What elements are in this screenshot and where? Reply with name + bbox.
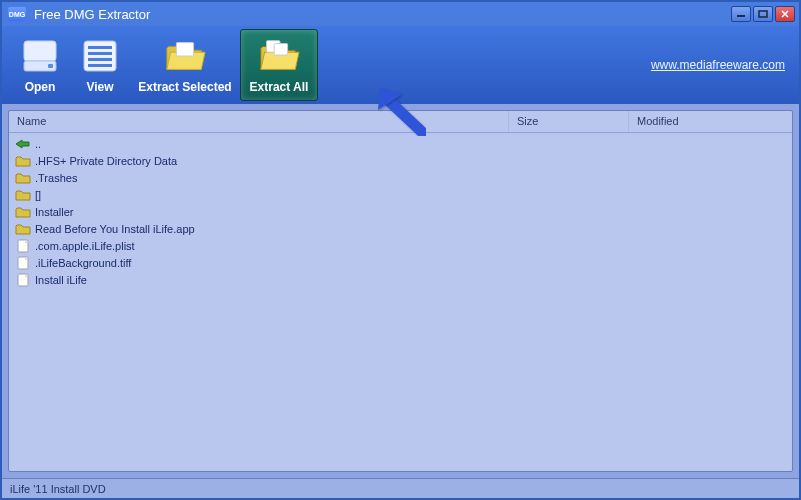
extract-all-button[interactable]: Extract All — [240, 29, 318, 101]
maximize-button[interactable] — [753, 6, 773, 22]
column-size[interactable]: Size — [509, 111, 629, 132]
file-row[interactable]: Install iLife — [15, 271, 786, 288]
status-text: iLife '11 Install DVD — [10, 483, 106, 495]
extract-all-label: Extract All — [250, 80, 309, 94]
toolbar: Open View Extr — [2, 26, 799, 104]
folder-row[interactable]: Installer — [15, 203, 786, 220]
folder-row[interactable]: .Trashes — [15, 169, 786, 186]
svg-rect-8 — [88, 58, 112, 61]
open-label: Open — [25, 80, 56, 94]
row-name: .HFS+ Private Directory Data — [35, 155, 177, 167]
folder-icon — [15, 154, 31, 168]
folder-icon — [15, 205, 31, 219]
file-icon — [15, 256, 31, 270]
svg-rect-6 — [88, 46, 112, 49]
extract-selected-label: Extract Selected — [138, 80, 231, 94]
svg-rect-9 — [88, 64, 112, 67]
row-name: .. — [35, 138, 41, 150]
row-name: Installer — [35, 206, 74, 218]
folder-icon — [15, 171, 31, 185]
drive-icon — [18, 36, 62, 76]
svg-rect-10 — [176, 43, 193, 56]
svg-rect-2 — [24, 41, 56, 61]
file-list[interactable]: Name Size Modified ...HFS+ Private Direc… — [8, 110, 793, 472]
row-name: .iLifeBackground.tiff — [35, 257, 131, 269]
folder-icon — [15, 222, 31, 236]
svg-rect-7 — [88, 52, 112, 55]
open-button[interactable]: Open — [10, 30, 70, 100]
file-icon — [15, 239, 31, 253]
folder-all-icon — [257, 36, 301, 76]
svg-rect-1 — [759, 11, 767, 17]
row-name: [] — [35, 189, 41, 201]
row-name: .com.apple.iLife.plist — [35, 240, 135, 252]
folder-row[interactable]: [] — [15, 186, 786, 203]
app-logo-icon: DMG — [8, 7, 26, 21]
folder-row[interactable]: Read Before You Install iLife.app — [15, 220, 786, 237]
extract-selected-button[interactable]: Extract Selected — [130, 30, 240, 100]
up-arrow-icon — [15, 137, 31, 151]
window-title: Free DMG Extractor — [34, 7, 731, 22]
svg-rect-12 — [274, 44, 287, 55]
view-button[interactable]: View — [70, 30, 130, 100]
file-row[interactable]: .iLifeBackground.tiff — [15, 254, 786, 271]
column-modified[interactable]: Modified — [629, 111, 792, 132]
column-name[interactable]: Name — [9, 111, 509, 132]
titlebar: DMG Free DMG Extractor — [2, 2, 799, 26]
content-area: Name Size Modified ...HFS+ Private Direc… — [2, 104, 799, 478]
parent-row[interactable]: .. — [15, 135, 786, 152]
svg-rect-4 — [48, 64, 53, 68]
website-link[interactable]: www.mediafreeware.com — [651, 58, 785, 72]
close-button[interactable] — [775, 6, 795, 22]
minimize-button[interactable] — [731, 6, 751, 22]
folder-icon — [15, 188, 31, 202]
window-controls — [731, 6, 795, 22]
file-icon — [15, 273, 31, 287]
row-name: Read Before You Install iLife.app — [35, 223, 195, 235]
list-icon — [78, 36, 122, 76]
svg-rect-0 — [737, 15, 745, 17]
column-headers: Name Size Modified — [9, 111, 792, 133]
row-name: Install iLife — [35, 274, 87, 286]
row-name: .Trashes — [35, 172, 77, 184]
rows-container: ...HFS+ Private Directory Data.Trashes[]… — [9, 133, 792, 290]
folder-row[interactable]: .HFS+ Private Directory Data — [15, 152, 786, 169]
view-label: View — [86, 80, 113, 94]
file-row[interactable]: .com.apple.iLife.plist — [15, 237, 786, 254]
app-window: DMG Free DMG Extractor Open — [0, 0, 801, 500]
folder-selected-icon — [163, 36, 207, 76]
status-bar: iLife '11 Install DVD — [2, 478, 799, 498]
